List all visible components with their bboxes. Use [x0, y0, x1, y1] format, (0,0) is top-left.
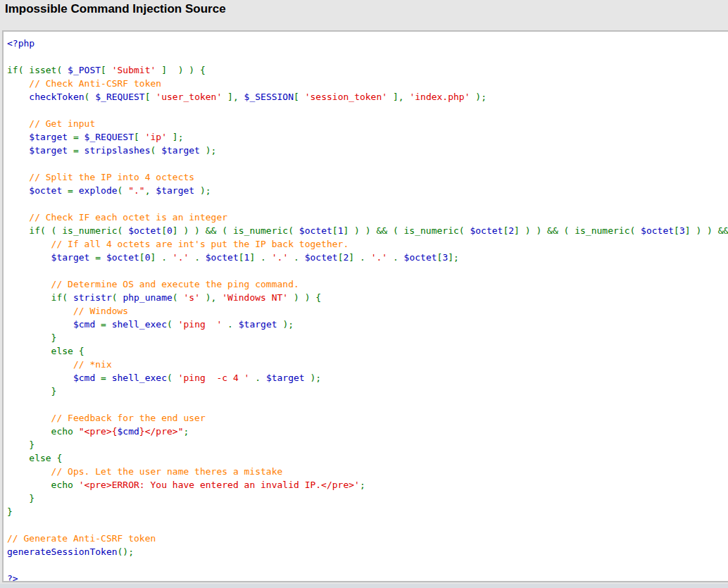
code-token-keyword-operator: [ — [139, 252, 145, 263]
code-token-default-identifier: ?> — [7, 573, 18, 581]
code-token-keyword-operator: [ — [145, 92, 156, 102]
code-token-keyword-operator: = — [95, 373, 111, 383]
code-token-string: }</pre>" — [139, 426, 184, 437]
code-line: // Windows — [7, 304, 728, 318]
code-token-keyword-operator: ); — [277, 319, 294, 330]
code-token-default-identifier: explode — [79, 185, 118, 196]
code-token-keyword-operator: ; — [183, 426, 189, 437]
code-token-string: 'ping ' — [178, 319, 222, 330]
code-token-string: 'Submit' — [112, 65, 156, 75]
code-line: $target = $octet[0] . '.' . $octet[1] . … — [7, 251, 728, 264]
code-line: } — [7, 384, 728, 398]
code-token-keyword-operator: = — [95, 319, 111, 330]
code-line: else { — [7, 344, 728, 358]
code-token-comment: // *nix — [7, 359, 112, 370]
code-token-comment: // Check IF each octet is an integer — [7, 212, 227, 223]
code-token-keyword-operator: ], — [222, 92, 244, 102]
code-token-default-identifier: $octet — [206, 252, 239, 263]
source-code-box: <?phpif( isset( $_POST[ 'Submit' ] ) ) {… — [2, 30, 728, 582]
code-token-keyword-operator: [ — [161, 225, 167, 236]
code-line — [7, 50, 728, 63]
code-line: echo "<pre>{$cmd}</pre>"; — [7, 425, 728, 438]
code-token-keyword-operator: [ — [294, 92, 305, 102]
code-line: // Get input — [7, 117, 728, 130]
code-line: if( stristr( php_uname( 's' ), 'Windows … — [7, 291, 728, 304]
source-code: <?phpif( isset( $_POST[ 'Submit' ] ) ) {… — [4, 32, 728, 581]
code-token-default-identifier: $_SESSION — [244, 92, 294, 102]
code-line: <?php — [7, 37, 728, 50]
code-token-string: 'index.php' — [409, 92, 470, 102]
code-token-default-identifier: $octet — [128, 225, 161, 236]
code-line: // Feedback for the end user — [7, 411, 728, 425]
code-token-keyword-operator: } — [7, 332, 56, 343]
code-line: } — [7, 492, 728, 505]
code-token-keyword-operator: ); — [200, 145, 216, 156]
code-token-keyword-operator: = — [68, 145, 84, 156]
code-token-default-identifier: $octet — [7, 185, 62, 196]
code-token-comment: // Determine OS and execute the ping com… — [7, 279, 299, 289]
code-line: } — [7, 331, 728, 344]
code-line: // Ops. Let the user name theres a mista… — [7, 465, 728, 478]
code-token-keyword-operator: . — [288, 252, 304, 263]
code-token-keyword-operator: = — [89, 252, 106, 263]
code-token-keyword-operator: ] ) ) { — [156, 65, 205, 75]
bottom-edge-strip — [0, 584, 728, 588]
code-token-comment: // If all 4 octets are int's put the IP … — [7, 239, 349, 249]
code-token-keyword-operator: } — [7, 386, 56, 396]
code-token-keyword-operator: ); — [194, 185, 211, 196]
code-token-keyword-operator: ( — [167, 373, 178, 383]
code-token-keyword-operator: = — [68, 132, 84, 142]
code-token-keyword-operator: echo — [7, 480, 79, 490]
code-token-default-identifier: stristr — [73, 292, 112, 303]
code-line — [7, 558, 728, 572]
code-token-default-identifier: $_REQUEST — [95, 92, 144, 102]
code-token-comment: // Split the IP into 4 octects — [7, 172, 194, 182]
code-token-keyword-operator: (); — [118, 546, 134, 557]
code-token-default-identifier: $octet — [106, 252, 139, 263]
code-token-keyword-operator: . — [249, 373, 265, 383]
code-line: $cmd = shell_exec( 'ping -c 4 ' . $targe… — [7, 371, 728, 384]
code-line: // *nix — [7, 358, 728, 371]
code-line: if( isset( $_POST[ 'Submit' ] ) ) { — [7, 63, 728, 77]
code-line — [7, 264, 728, 277]
code-token-keyword-operator: ( — [151, 145, 162, 156]
code-token-keyword-operator: . — [189, 252, 205, 263]
code-token-default-identifier: shell_exec — [112, 373, 167, 383]
code-token-keyword-operator: } — [7, 493, 34, 503]
code-token-default-identifier: stripslashes — [84, 145, 151, 156]
code-line: // Check IF each octet is an integer — [7, 211, 728, 224]
code-line: // Generate Anti-CSRF token — [7, 532, 728, 545]
code-token-keyword-operator: if( — [7, 292, 73, 303]
page-title: Impossible Command Injection Source — [5, 2, 226, 16]
code-token-keyword-operator: [ — [674, 225, 679, 236]
code-token-default-identifier: $octet — [404, 252, 437, 263]
code-token-default-identifier: $cmd — [7, 319, 95, 330]
code-line: $octet = explode( ".", $target ); — [7, 184, 728, 197]
code-token-keyword-operator: ( — [118, 185, 129, 196]
code-token-default-identifier: $octet — [305, 252, 338, 263]
code-line: ?> — [7, 572, 728, 581]
code-token-keyword-operator: , — [145, 185, 156, 196]
code-token-default-identifier: shell_exec — [112, 319, 167, 330]
code-token-comment: // Windows — [7, 306, 128, 316]
code-line — [7, 104, 728, 117]
code-token-keyword-operator: ; — [360, 480, 365, 490]
code-line — [7, 518, 728, 532]
code-line — [7, 157, 728, 170]
code-token-comment: // Check Anti-CSRF token — [7, 78, 161, 89]
code-token-keyword-operator: ( — [167, 319, 178, 330]
code-line: } — [7, 438, 728, 451]
code-token-default-identifier: $octet — [470, 225, 503, 236]
code-line: // Split the IP into 4 octects — [7, 170, 728, 184]
code-line: generateSessionToken(); — [7, 545, 728, 558]
code-token-keyword-operator: ] . — [151, 252, 172, 263]
code-line: $cmd = shell_exec( 'ping ' . $target ); — [7, 318, 728, 331]
code-token-keyword-operator: ]; — [167, 132, 183, 142]
code-token-keyword-operator: ); — [470, 92, 487, 102]
code-token-keyword-operator: [ — [332, 225, 338, 236]
code-token-keyword-operator: ) ) { — [288, 292, 321, 303]
code-line: if( ( is_numeric( $octet[0] ) ) && ( is_… — [7, 224, 728, 237]
code-token-keyword-operator: ] ) ) && ( is_numeric( — [343, 225, 470, 236]
code-token-string: 'user_token' — [156, 92, 222, 102]
code-token-keyword-operator: [ — [101, 65, 112, 75]
